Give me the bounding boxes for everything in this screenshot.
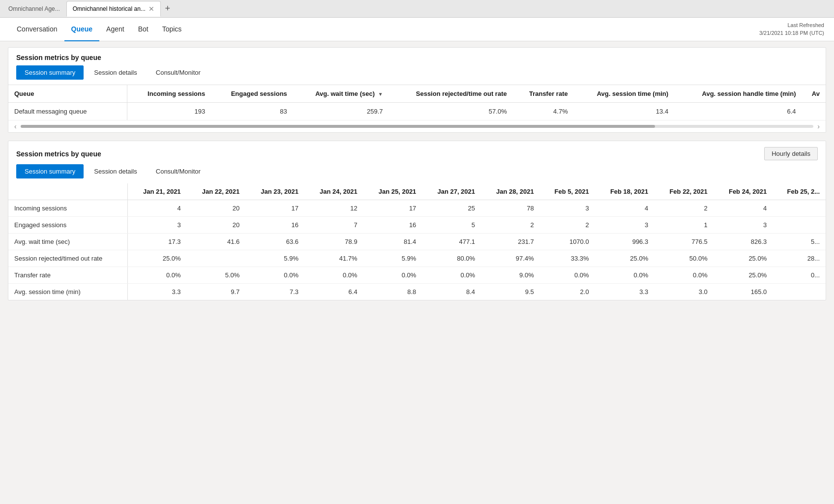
col-header-engaged: Engaged sessions [211,85,293,103]
card2-date-col-9: Feb 22, 2021 [654,183,714,200]
card2-table-body: Incoming sessions42017121725783424Engage… [8,200,826,300]
card2-cell-1-6: 2 [481,217,540,234]
nav-links: Conversation Queue Agent Bot Topics [10,18,188,41]
card2-header-row: Jan 21, 2021Jan 22, 2021Jan 23, 2021Jan … [8,183,826,200]
new-tab-button[interactable]: + [161,2,175,16]
card2-table-wrapper: Jan 21, 2021Jan 22, 2021Jan 23, 2021Jan … [8,183,826,300]
card2-cell-3-8: 25.0% [595,250,655,267]
scroll-thumb [21,125,655,128]
nav-link-agent[interactable]: Agent [99,18,131,41]
scroll-left-icon[interactable]: ‹ [12,122,19,130]
card2-cell-4-11: 0... [773,267,826,284]
hourly-details-button[interactable]: Hourly details [764,147,818,160]
card2-cell-0-7: 3 [540,200,595,217]
card2-cell-1-1: 20 [187,217,246,234]
card2-cell-0-0: 4 [127,200,186,217]
card1-table-body: Default messaging queue19383259.757.0%4.… [8,103,826,120]
card2-subtab-consult-monitor[interactable]: Consult/Monitor [148,164,209,178]
card2-subtabs: Session summary Session details Consult/… [8,164,826,183]
card2-cell-2-1: 41.6 [187,234,246,250]
card2-cell-3-1 [187,250,246,267]
nav-link-queue[interactable]: Queue [64,18,100,41]
card2-title: Session metrics by queue [16,150,101,158]
card2-cell-2-4: 81.4 [363,234,422,250]
card1-table-header-row: Queue Incoming sessions Engaged sessions… [8,85,826,103]
card2-cell-1-11 [773,217,826,234]
card1-scrollbar: ‹ › [8,120,826,132]
card2-row-1: Engaged sessions32016716522313 [8,217,826,234]
card2-cell-2-3: 78.9 [304,234,363,250]
card1-table-wrapper: Queue Incoming sessions Engaged sessions… [8,85,826,120]
card2-row-label-1: Engaged sessions [8,217,127,234]
card2-row-label-5: Avg. session time (min) [8,284,127,300]
card2-cell-1-10: 3 [714,217,773,234]
tab-label: Omnichannel Age... [8,5,60,12]
nav-link-conversation[interactable]: Conversation [10,18,64,41]
card2-cell-0-1: 20 [187,200,246,217]
card2-cell-0-6: 78 [481,200,540,217]
card2-cell-2-11: 5... [773,234,826,250]
nav-link-topics[interactable]: Topics [155,18,189,41]
tab-close-icon[interactable]: ✕ [149,5,154,13]
cell-avg-wait: 259.7 [293,103,389,120]
card2-cell-4-6: 9.0% [481,267,540,284]
card2-date-col-6: Jan 28, 2021 [481,183,540,200]
cell-transfer: 4.7% [513,103,574,120]
card2-row-label-4: Transfer rate [8,267,127,284]
browser-tab-bar: Omnichannel Age... Omnichannel historica… [0,0,834,18]
card1-subtab-session-summary[interactable]: Session summary [16,65,84,80]
scroll-right-icon[interactable]: › [815,122,822,130]
tab-omnichannel-agent[interactable]: Omnichannel Age... [2,1,66,17]
card2-cell-2-10: 826.3 [714,234,773,250]
card2-row-label-0: Incoming sessions [8,200,127,217]
card2-cell-2-6: 231.7 [481,234,540,250]
card2-cell-3-4: 5.9% [363,250,422,267]
card2-date-col-7: Feb 5, 2021 [540,183,595,200]
card2-cell-2-0: 17.3 [127,234,186,250]
card2-row-2: Avg. wait time (sec)17.341.663.678.981.4… [8,234,826,250]
card2-table: Jan 21, 2021Jan 22, 2021Jan 23, 2021Jan … [8,183,826,300]
card2-cell-5-9: 3.0 [654,284,714,300]
card2-cell-4-3: 0.0% [304,267,363,284]
card2-subtab-session-summary[interactable]: Session summary [16,164,84,178]
cell-queue: Default messaging queue [8,103,127,120]
card2-cell-1-7: 2 [540,217,595,234]
card2-cell-4-4: 0.0% [363,267,422,284]
main-content: Session metrics by queue Session summary… [0,41,834,504]
card2-cell-2-5: 477.1 [422,234,481,250]
last-refreshed-info: Last Refreshed 3/21/2021 10:18 PM (UTC) [759,22,824,37]
card2-cell-5-2: 7.3 [245,284,304,300]
col-header-rejected: Session rejected/time out rate [389,85,513,103]
card2-cell-3-11: 28... [773,250,826,267]
card2-cell-0-8: 4 [595,200,655,217]
col-header-queue: Queue [8,85,127,103]
cell-incoming: 193 [127,103,211,120]
card2-cell-4-9: 0.0% [654,267,714,284]
card1-subtab-session-details[interactable]: Session details [86,65,145,80]
card2-cell-3-9: 50.0% [654,250,714,267]
card2-subtab-session-details[interactable]: Session details [86,164,145,178]
sort-arrow-icon: ▼ [378,91,383,97]
card2-cell-0-10: 4 [714,200,773,217]
card2-cell-3-10: 25.0% [714,250,773,267]
card2-date-col-5: Jan 27, 2021 [422,183,481,200]
card2-date-col-1: Jan 22, 2021 [187,183,246,200]
card2-cell-4-1: 5.0% [187,267,246,284]
nav-link-bot[interactable]: Bot [131,18,155,41]
card2-cell-2-7: 1070.0 [540,234,595,250]
card2-cell-5-1: 9.7 [187,284,246,300]
card2-row-label-3: Session rejected/timed out rate [8,250,127,267]
tab-omnichannel-historical[interactable]: Omnichannel historical an... ✕ [66,1,161,17]
cell-avg-handle: 6.4 [674,103,802,120]
col-header-avg-wait[interactable]: Avg. wait time (sec) ▼ [293,85,389,103]
card2-cell-5-10: 165.0 [714,284,773,300]
last-refreshed-value: 3/21/2021 10:18 PM (UTC) [759,30,824,37]
card2-cell-0-2: 17 [245,200,304,217]
card2-date-col-10: Feb 24, 2021 [714,183,773,200]
scroll-track[interactable] [21,125,814,128]
card1-subtab-consult-monitor[interactable]: Consult/Monitor [148,65,209,80]
card2-cell-5-11 [773,284,826,300]
last-refreshed-label: Last Refreshed [759,22,824,29]
cell-avg-session: 13.4 [574,103,674,120]
card2-cell-0-5: 25 [422,200,481,217]
